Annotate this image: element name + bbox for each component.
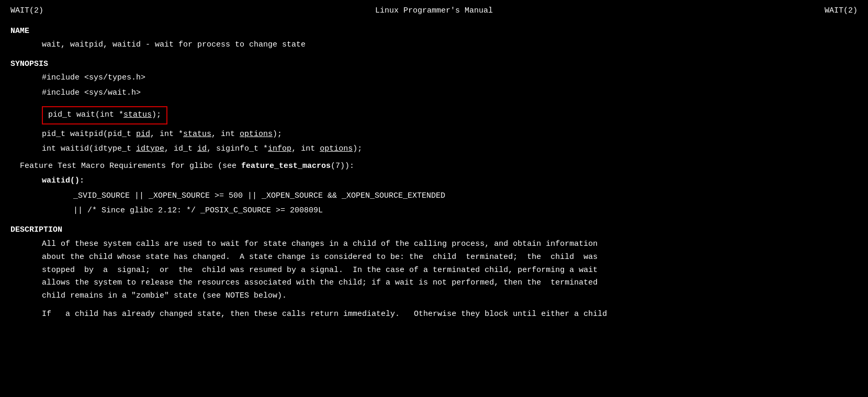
header-right: WAIT(2) [825, 5, 858, 17]
svid-line: _SVID_SOURCE || _XOPEN_SOURCE >= 500 || … [73, 190, 858, 202]
posix-line: || /* Since glibc 2.12: */ _POSIX_C_SOUR… [73, 205, 858, 217]
waitid-label: waitid(): [42, 175, 858, 187]
name-section: NAME wait, waitpid, waitid - wait for pr… [10, 26, 858, 51]
header: WAIT(2) Linux Programmer's Manual WAIT(2… [10, 5, 858, 17]
proto2: pid_t waitpid(pid_t pid, int *status, in… [42, 129, 858, 141]
description-title: DESCRIPTION [10, 224, 858, 236]
synopsis-section: SYNOPSIS #include <sys/types.h> #include… [10, 59, 858, 217]
feature-test-line: Feature Test Macro Requirements for glib… [10, 161, 858, 173]
description-section: DESCRIPTION All of these system calls ar… [10, 224, 858, 321]
synopsis-title: SYNOPSIS [10, 59, 858, 71]
name-content: wait, waitpid, waitid - wait for process… [42, 39, 858, 51]
highlighted-proto: pid_t wait(int *status); [42, 106, 167, 124]
description-para1: All of these system calls are used to wa… [42, 238, 858, 303]
description-para2: If a child has already changed state, th… [42, 308, 858, 321]
header-center: Linux Programmer's Manual [375, 5, 493, 17]
name-title: NAME [10, 26, 858, 38]
proto1-prefix: pid_t wait(int *status); [48, 110, 161, 119]
proto3: int waitid(idtype_t idtype, id_t id, sig… [42, 143, 858, 155]
header-left: WAIT(2) [10, 5, 43, 17]
include2: #include <sys/wait.h> [42, 87, 858, 99]
include1: #include <sys/types.h> [42, 72, 858, 84]
